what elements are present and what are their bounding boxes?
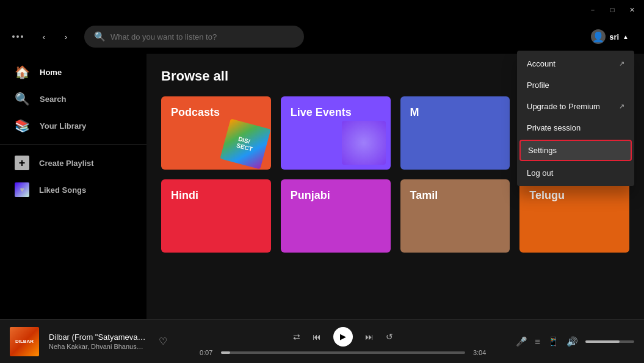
- next-button[interactable]: ⏭: [365, 332, 374, 342]
- lyrics-button[interactable]: 🎤: [516, 336, 527, 347]
- category-card-punjabi[interactable]: Punjabi: [281, 179, 391, 253]
- title-bar-controls: − □ ✕: [585, 2, 639, 17]
- sidebar-item-library-label: Your Library: [40, 121, 86, 131]
- user-name: sri: [609, 32, 619, 41]
- dropdown-item-logout[interactable]: Log out: [517, 162, 634, 184]
- total-time: 3:04: [470, 349, 490, 356]
- home-icon: 🏠: [15, 65, 30, 79]
- external-link-icon: ↗: [619, 60, 624, 68]
- category-card-podcasts[interactable]: Podcasts DIS/SECT: [161, 96, 271, 170]
- sidebar: 🏠 Home 🔍 Search 📚 Your Library + Create …: [0, 54, 147, 319]
- dropdown-menu: Account ↗ Profile Upgrade to Premium ↗ P…: [517, 51, 634, 186]
- card-label-live-events: Live Events: [291, 106, 352, 119]
- volume-bar[interactable]: [585, 340, 634, 343]
- sidebar-item-liked-songs-label: Liked Songs: [39, 185, 86, 195]
- top-bar: ‹ › 🔍 👤 sri ▲ Account ↗ Profi: [0, 20, 644, 54]
- play-button[interactable]: ▶: [333, 327, 353, 347]
- category-card-live-events[interactable]: Live Events: [281, 96, 391, 170]
- card-label-punjabi: Punjabi: [291, 189, 330, 202]
- dots-menu[interactable]: [10, 33, 26, 40]
- library-icon: 📚: [15, 118, 30, 133]
- category-card-music[interactable]: M: [400, 96, 510, 170]
- player-controls: ⇄ ⏮ ▶ ⏭ ↺ 0:07 3:04: [179, 327, 506, 356]
- track-art: DILBAR: [10, 327, 39, 356]
- sidebar-item-create-playlist[interactable]: + Create Playlist: [0, 149, 147, 176]
- progress-bar-container: 0:07 3:04: [197, 349, 490, 356]
- dropdown-item-upgrade[interactable]: Upgrade to Premium ↗: [517, 96, 634, 117]
- track-name: Dilbar (From "Satyameva Jaya…: [49, 332, 147, 342]
- progress-track[interactable]: [221, 351, 465, 354]
- track-art-inner: DILBAR: [10, 327, 39, 356]
- chevron-up-icon: ▲: [623, 34, 629, 40]
- app-body: ‹ › 🔍 👤 sri ▲ Account ↗ Profi: [0, 20, 644, 363]
- queue-button[interactable]: ≡: [535, 336, 540, 347]
- category-card-hindi[interactable]: Hindi: [161, 179, 271, 253]
- heart-button[interactable]: ♡: [156, 333, 170, 350]
- sidebar-item-search[interactable]: 🔍 Search: [0, 85, 147, 112]
- search-bar[interactable]: 🔍: [84, 26, 304, 48]
- category-card-telugu[interactable]: Telugu: [519, 179, 629, 253]
- search-nav-icon: 🔍: [15, 92, 30, 106]
- user-badge[interactable]: 👤 sri ▲: [585, 26, 634, 47]
- progress-fill: [221, 351, 230, 354]
- repeat-button[interactable]: ↺: [386, 332, 393, 342]
- shuffle-button[interactable]: ⇄: [293, 332, 300, 342]
- track-info: Dilbar (From "Satyameva Jaya… Neha Kakka…: [49, 332, 147, 350]
- dropdown-item-account[interactable]: Account ↗: [517, 53, 634, 74]
- sidebar-item-home[interactable]: 🏠 Home: [0, 59, 147, 85]
- search-input[interactable]: [110, 32, 294, 41]
- back-button[interactable]: ‹: [35, 28, 52, 45]
- right-controls: 🎤 ≡ 📱 🔊: [516, 336, 634, 347]
- forward-button[interactable]: ›: [57, 28, 74, 45]
- card-label-telugu: Telugu: [529, 189, 565, 202]
- liked-songs-icon: ♥: [15, 182, 29, 197]
- title-bar: − □ ✕: [0, 0, 644, 20]
- sidebar-item-liked-songs[interactable]: ♥ Liked Songs: [0, 176, 147, 203]
- now-playing-bar: DILBAR Dilbar (From "Satyameva Jaya… Neh…: [0, 319, 644, 363]
- card-label-music: M: [410, 106, 419, 119]
- card-decoration-podcasts: DIS/SECT: [220, 118, 270, 169]
- sidebar-item-home-label: Home: [40, 68, 62, 77]
- card-decoration-live: [342, 121, 386, 165]
- card-label-tamil: Tamil: [410, 189, 438, 202]
- card-label-hindi: Hindi: [171, 189, 198, 202]
- nav-arrows: ‹ ›: [35, 28, 74, 45]
- volume-fill: [585, 340, 620, 343]
- dropdown-item-private-session[interactable]: Private session: [517, 117, 634, 138]
- player-buttons: ⇄ ⏮ ▶ ⏭ ↺: [293, 327, 393, 347]
- search-icon: 🔍: [94, 31, 106, 42]
- sidebar-item-library[interactable]: 📚 Your Library: [0, 112, 147, 139]
- minimize-button[interactable]: −: [585, 2, 600, 17]
- volume-icon[interactable]: 🔊: [566, 336, 578, 347]
- devices-button[interactable]: 📱: [548, 336, 559, 347]
- close-button[interactable]: ✕: [624, 2, 639, 17]
- user-area: 👤 sri ▲ Account ↗ Profile Upgrade to Pre…: [585, 26, 634, 47]
- card-label-podcasts: Podcasts: [171, 106, 220, 119]
- category-card-tamil[interactable]: Tamil: [400, 179, 510, 253]
- add-icon: +: [15, 156, 29, 170]
- external-link-icon-2: ↗: [619, 102, 624, 110]
- sidebar-section: + Create Playlist ♥ Liked Songs: [0, 144, 147, 203]
- maximize-button[interactable]: □: [605, 2, 620, 17]
- sidebar-item-search-label: Search: [40, 95, 66, 104]
- dropdown-item-settings[interactable]: Settings: [519, 140, 632, 161]
- previous-button[interactable]: ⏮: [313, 332, 321, 342]
- sidebar-item-create-playlist-label: Create Playlist: [39, 159, 94, 168]
- current-time: 0:07: [197, 349, 216, 356]
- dropdown-item-profile[interactable]: Profile: [517, 74, 634, 96]
- track-artist: Neha Kakkar, Dhvani Bhanushali, Ikka, T…: [49, 343, 147, 350]
- avatar: 👤: [591, 29, 606, 44]
